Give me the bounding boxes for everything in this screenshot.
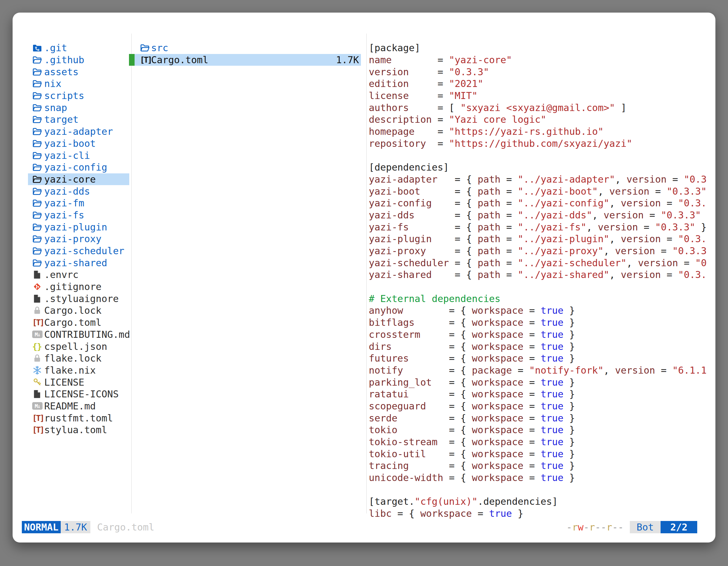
preview-segment: version [638,257,678,269]
preview-line: yazi-boot = { path = "../yazi-boot", ver… [369,185,707,197]
preview-segment: true [541,388,563,400]
preview-segment: "0.3.3" [678,198,707,209]
sidebar-item--github[interactable]: .github [28,54,129,66]
preview-segment: edition [369,78,409,89]
preview-segment: = [678,257,695,269]
sidebar-item-license[interactable]: LICENSE [28,376,129,388]
sidebar-item-snap[interactable]: snap [28,102,129,114]
preview-segment: } [563,388,575,400]
preview-segment: "0.3.3" [678,269,707,280]
preview-segment: = [409,66,449,78]
preview-segment: } [695,222,707,233]
sidebar-item--styluaignore[interactable]: .styluaignore [28,292,129,304]
preview-segment: } [563,377,575,388]
sidebar-item-scripts[interactable]: scripts [28,90,129,102]
sidebar-item-yazi-fs[interactable]: yazi-fs [28,209,129,221]
preview-segment: version [603,210,644,221]
folder-icon [32,162,44,172]
preview-segment: tokio [369,424,397,435]
sidebar-item-flake-nix[interactable]: flake.nix [28,364,129,376]
sidebar-item--git[interactable]: .git [28,42,129,54]
permissions: -rw-r--r-- [566,521,624,533]
preview-line: [dependencies] [369,161,707,173]
sidebar-item-yazi-shared[interactable]: yazi-shared [28,257,129,269]
cursor-position-badge: 2/2 [661,521,697,533]
folder-icon [32,91,44,101]
preview-segment: path [478,222,501,233]
sidebar-item-yazi-dds[interactable]: yazi-dds [28,185,129,197]
preview-segment: "../yazi-boot" [518,186,598,197]
sidebar-item-label: scripts [44,90,84,101]
preview-line: notify = { package = "notify-fork", vers… [369,364,707,376]
preview-line: tokio-stream = { workspace = true } [369,436,707,448]
sidebar-item-label: .git [44,42,67,53]
preview-segment: = { [397,424,472,435]
preview-segment: = [426,138,449,149]
preview-segment: , [615,174,626,185]
permission-char: w [578,522,583,533]
preview-segment: path [478,174,501,185]
sidebar-item-label: README.md [44,400,96,412]
file-item-label: src [151,42,168,53]
preview-line: ratatui = { workspace = true } [369,388,707,400]
file-item-cargo-toml[interactable]: [T]Cargo.toml1.7K [129,54,361,66]
sidebar-item-target[interactable]: target [28,114,129,126]
sidebar-item-cspell-json[interactable]: {}cspell.json [28,340,129,352]
sidebar-item-label: snap [44,102,67,113]
sidebar-item-yazi-fm[interactable]: yazi-fm [28,197,129,209]
preview-line: description = "Yazi core logic" [369,114,707,126]
preview-segment: workspace [472,436,523,447]
preview-segment: = { [432,269,478,280]
preview-segment: } [563,460,575,471]
preview-segment: = { [403,305,472,316]
sidebar-item-yazi-config[interactable]: yazi-config [28,161,129,173]
preview-segment: true [541,317,563,328]
sidebar-item-assets[interactable]: assets [28,66,129,78]
preview-segment: anyhow [369,305,403,316]
preview-line: bitflags = { workspace = true } [369,316,707,328]
sidebar-item-nix[interactable]: nix [28,78,129,90]
preview-segment: , [609,269,621,280]
preview-segment: } [563,412,575,424]
sidebar-item-yazi-boot[interactable]: yazi-boot [28,138,129,150]
sidebar-item-license-icons[interactable]: LICENSE-ICONS [28,388,129,400]
preview-segment: } [563,448,575,459]
sidebar-item-yazi-scheduler[interactable]: yazi-scheduler [28,245,129,257]
preview-segment: true [541,305,563,316]
folder-icon [32,151,44,161]
toml-icon: [T] [140,55,151,65]
sidebar-item--envrc[interactable]: .envrc [28,269,129,281]
sidebar-item-yazi-plugin[interactable]: yazi-plugin [28,221,129,233]
folder-icon [32,198,44,208]
sidebar-item-stylua-toml[interactable]: [T]stylua.toml [28,424,129,436]
file-size-badge: 1.7K [61,521,90,533]
preview-segment: = [523,353,541,364]
preview-segment: = { [415,210,478,221]
sidebar-item-yazi-proxy[interactable]: yazi-proxy [28,233,129,245]
sidebar-item-yazi-cli[interactable]: yazi-cli [28,149,129,161]
preview-segment: = [523,329,541,340]
sidebar-item-yazi-core[interactable]: yazi-core [28,173,129,186]
file-item-src[interactable]: src [129,42,361,54]
preview-segment: = [523,412,541,424]
lock-icon [32,353,44,363]
permission-char: - [595,522,601,533]
preview-line: yazi-fs = { path = "../yazi-fs", version… [369,221,707,233]
sidebar-item-label: cspell.json [44,341,107,352]
preview-segment: bitflags [369,317,415,328]
sidebar-item-flake-lock[interactable]: flake.lock [28,352,129,364]
sidebar-item-cargo-toml[interactable]: [T]Cargo.toml [28,316,129,328]
sidebar-item-rustfmt-toml[interactable]: [T]rustfmt.toml [28,412,129,424]
sidebar-item-readme-md[interactable]: M↓README.md [28,400,129,412]
preview-segment: version [621,198,661,209]
preview-segment: } [563,400,575,412]
sidebar-item--gitignore[interactable]: .gitignore [28,281,129,293]
sidebar-item-contributing-md[interactable]: M↓CONTRIBUTING.md [28,328,129,340]
sidebar-item-cargo-lock[interactable]: Cargo.lock [28,304,129,316]
preview-segment: "0.3.3" [684,174,707,185]
yazi-window: .git.githubassetsnixscriptssnaptargetyaz… [13,13,715,542]
preview-segment: true [541,400,563,412]
sidebar-item-yazi-adapter[interactable]: yazi-adapter [28,126,129,138]
folder-icon [32,114,44,125]
preview-segment: = { [426,245,478,257]
